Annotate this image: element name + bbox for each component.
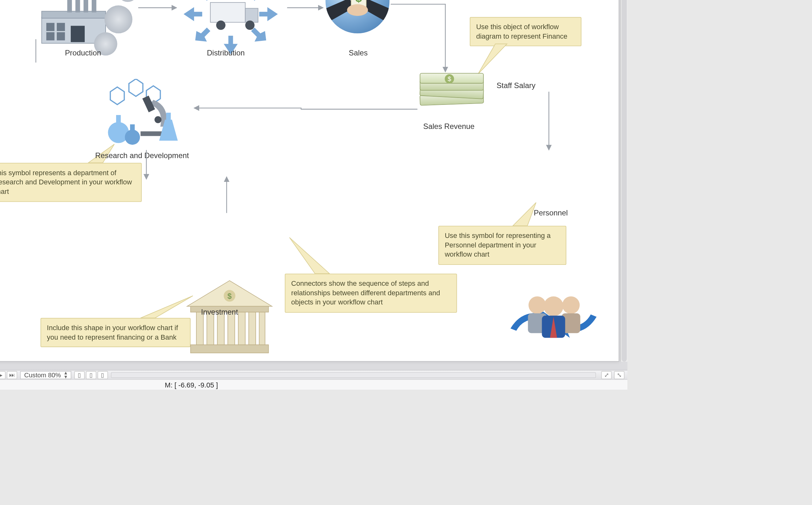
status-bar: Ready M: [ -6.69, -9.05 ] xyxy=(0,379,627,390)
svg-marker-7 xyxy=(513,202,536,226)
money-icon: $ xyxy=(420,74,484,115)
main-row: ☰ ▦ 🔍 🔍 Workflow diagrams × 🧾Accounting💸… xyxy=(0,0,627,379)
svg-rect-41 xyxy=(191,345,269,353)
scrollbar-thumb[interactable] xyxy=(622,0,627,362)
svg-point-31 xyxy=(154,116,161,123)
canvas-bottom-bar: ▥ ⏮ ◀ ▶ ⏭ Custom 80% ▴▾ ▯ ▯ ▯ ⤢ ⤡ xyxy=(0,370,627,379)
node-production[interactable] xyxy=(36,0,135,54)
view-mode-3[interactable]: ▯ xyxy=(97,371,108,379)
app-window: ▲ ▭ ◯ ▤ ▦ ↳ ⇲ ⤷ ⇱ ⇵ ⇆ ▯ ╲ ⤺ ∿ ⎇ ✎ ▣ ⧉ ⧈ … xyxy=(0,0,627,390)
svg-rect-17 xyxy=(84,0,88,12)
canvas[interactable]: Use this symbol for representing a Manuf… xyxy=(0,0,619,362)
svg-rect-36 xyxy=(166,113,171,121)
svg-rect-47 xyxy=(249,312,256,345)
callout-finance[interactable]: Use this object of workflow diagram to r… xyxy=(470,17,581,46)
svg-point-49 xyxy=(529,296,546,314)
node-money[interactable]: $ xyxy=(420,74,484,115)
callout-personnel[interactable]: Use this symbol for representing a Perso… xyxy=(438,226,566,265)
label-production: Production xyxy=(65,48,101,57)
svg-rect-15 xyxy=(67,0,72,12)
personnel-icon xyxy=(507,288,600,352)
corner-btn-2[interactable]: ⤡ xyxy=(614,371,624,379)
svg-marker-5 xyxy=(140,296,193,318)
canvas-scroll[interactable]: Use this symbol for representing a Manuf… xyxy=(0,0,627,370)
vertical-scrollbar[interactable] xyxy=(620,0,627,362)
svg-point-53 xyxy=(544,296,563,316)
svg-point-25 xyxy=(347,4,368,16)
svg-marker-26 xyxy=(110,87,124,105)
svg-rect-20 xyxy=(245,8,258,22)
svg-point-22 xyxy=(245,21,254,30)
svg-rect-19 xyxy=(210,3,245,22)
label-distribution: Distribution xyxy=(207,48,245,57)
label-staff-salary: Staff Salary xyxy=(496,81,536,90)
label-personnel: Personnel xyxy=(534,208,568,217)
svg-rect-33 xyxy=(116,115,121,126)
bank-icon: $ xyxy=(186,280,273,355)
page-last-button[interactable]: ⏭ xyxy=(7,371,17,379)
node-personnel[interactable] xyxy=(507,288,582,334)
label-sales-revenue: Sales Revenue xyxy=(423,122,474,131)
svg-text:$: $ xyxy=(356,0,362,4)
stepper-icon[interactable]: ▴▾ xyxy=(65,371,67,379)
svg-text:$: $ xyxy=(227,292,232,300)
callout-rnd[interactable]: This symbol represents a department of R… xyxy=(0,163,142,202)
svg-point-21 xyxy=(216,21,225,30)
svg-rect-11 xyxy=(46,32,54,40)
label-investment: Investment xyxy=(201,307,238,316)
view-mode-1[interactable]: ▯ xyxy=(74,371,85,379)
svg-rect-45 xyxy=(228,312,235,345)
svg-marker-3 xyxy=(478,44,507,74)
corner-btn-1[interactable]: ⤢ xyxy=(601,371,611,379)
svg-rect-42 xyxy=(196,312,203,345)
svg-rect-46 xyxy=(238,312,245,345)
svg-rect-14 xyxy=(71,26,85,42)
svg-rect-16 xyxy=(76,0,80,12)
view-mode-2[interactable]: ▯ xyxy=(86,371,96,379)
svg-rect-12 xyxy=(57,23,65,31)
canvas-area: Use this symbol for representing a Manuf… xyxy=(0,0,627,379)
rnd-icon xyxy=(100,79,187,149)
svg-marker-27 xyxy=(129,79,143,96)
node-rnd[interactable] xyxy=(100,79,182,143)
label-rnd: Research and Development xyxy=(95,151,189,160)
svg-rect-10 xyxy=(46,23,54,31)
horizontal-scrollbar[interactable] xyxy=(111,372,596,378)
svg-point-51 xyxy=(562,296,580,314)
svg-rect-44 xyxy=(217,312,224,345)
svg-rect-18 xyxy=(92,0,96,12)
label-sales: Sales xyxy=(349,48,368,57)
svg-rect-43 xyxy=(207,312,214,345)
svg-rect-13 xyxy=(57,32,65,40)
zoom-level-label: Custom 80% xyxy=(24,371,61,378)
gear-icon xyxy=(104,5,132,33)
svg-rect-35 xyxy=(130,125,135,133)
zoom-level-box[interactable]: Custom 80% ▴▾ xyxy=(20,371,71,379)
callout-connectors[interactable]: Connectors show the sequence of steps an… xyxy=(285,274,457,313)
page-next-button[interactable]: ▶ xyxy=(0,371,6,379)
svg-rect-48 xyxy=(259,312,265,345)
callout-bank[interactable]: Include this shape in your workflow char… xyxy=(40,318,191,348)
status-mouse: M: [ -6.69, -9.05 ] xyxy=(165,380,218,389)
node-sales[interactable]: $ xyxy=(325,0,389,33)
svg-marker-6 xyxy=(289,237,330,274)
globe-icon: $ xyxy=(325,0,389,33)
